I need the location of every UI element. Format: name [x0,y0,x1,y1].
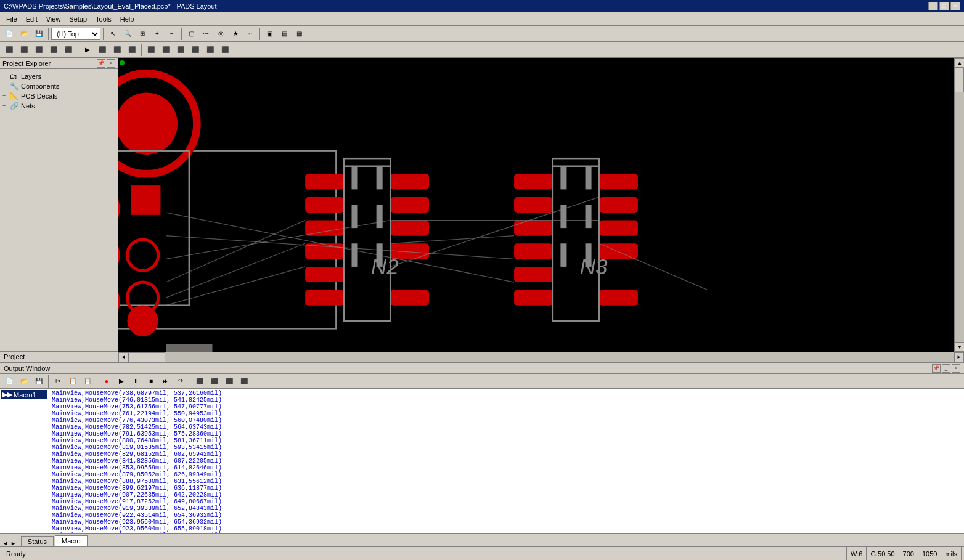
zoom-out-button[interactable]: − [165,27,179,41]
close-button[interactable]: × [950,2,960,10]
tb2-btn-1[interactable]: ⬛ [2,43,16,57]
tb2-btn-6[interactable]: ▶ [81,43,94,57]
vscroll-thumb[interactable] [955,68,964,92]
output-close-button[interactable]: × [952,364,960,373]
log-line-13: MainView,MouseMove(888,97580mil, 631,556… [52,478,962,485]
zoom-button[interactable]: 🔍 [121,27,134,41]
maximize-button[interactable]: □ [939,2,949,10]
tab-macro[interactable]: Macro [55,535,88,546]
out-sep-1 [48,375,49,388]
minimize-button[interactable]: _ [928,2,938,10]
tb2-btn-15[interactable]: ⬛ [218,43,232,57]
expand-nets-icon: + [2,103,10,109]
tree-item-pcb-decals[interactable]: + 📐 PCB Decals [1,91,116,101]
tb2-btn-7[interactable]: ⬛ [96,43,109,57]
svg-rect-24 [390,290,429,306]
pcb-canvas-area[interactable]: N2 [118,58,964,352]
save-button[interactable]: 💾 [32,27,46,41]
zoom-in-button[interactable]: + [150,27,164,41]
tb2-btn-4[interactable]: ⬛ [47,43,60,57]
out-macro-btn-1[interactable]: ⬛ [193,375,206,388]
tb2-btn-2[interactable]: ⬛ [17,43,31,57]
log-area[interactable]: MainView,MouseMove(738,68797mil, 537,261… [49,389,964,533]
menu-setup[interactable]: Setup [65,14,91,24]
measure-button[interactable]: ↔ [243,27,257,41]
tree-item-components[interactable]: + 🔧 Components [1,81,116,91]
route-button[interactable]: 〜 [199,27,213,41]
output-minimize-button[interactable]: _ [942,364,950,373]
project-tab[interactable]: Project [0,351,118,362]
layer-dropdown[interactable]: (H) Top [51,28,100,40]
pcb-canvas[interactable]: N2 [118,58,964,352]
out-open-btn[interactable]: 📂 [17,375,31,388]
out-play-btn[interactable]: ▶ [115,375,128,388]
out-run-btn[interactable]: ↷ [174,375,187,388]
log-line-8: MainView,MouseMove(819,01535mil, 593,534… [52,444,962,451]
highlight-button[interactable]: ★ [229,27,242,41]
open-button[interactable]: 📂 [17,27,31,41]
nav-next-icon[interactable]: ► [10,540,16,546]
hscroll-left-btn[interactable]: ◄ [118,352,128,362]
status-coord1: 700 [899,547,918,560]
tree-item-nets[interactable]: + 🔗 Nets [1,101,116,111]
out-macro-btn-2[interactable]: ⬛ [208,375,221,388]
view3-button[interactable]: ▦ [292,27,306,41]
out-copy-btn[interactable]: 📋 [66,375,80,388]
out-record-btn[interactable]: ● [100,375,113,388]
output-pin-button[interactable]: 📌 [932,364,941,373]
tb2-btn-10[interactable]: ⬛ [144,43,158,57]
place-button[interactable]: ◎ [214,27,227,41]
menu-file[interactable]: File [2,14,21,24]
log-line-14: MainView,MouseMove(899,62197mil, 636,118… [52,485,962,492]
hscroll-right-btn[interactable]: ► [954,352,964,362]
tb2-btn-11[interactable]: ⬛ [159,43,173,57]
tb2-btn-12[interactable]: ⬛ [174,43,187,57]
tb2-btn-5[interactable]: ⬛ [62,43,75,57]
pe-pin-button[interactable]: 📌 [97,59,105,68]
out-save-btn[interactable]: 💾 [32,375,46,388]
vscroll-up-btn[interactable]: ▲ [955,58,964,68]
pointer-button[interactable]: ↖ [106,27,120,41]
tb2-btn-3[interactable]: ⬛ [32,43,46,57]
tb2-btn-13[interactable]: ⬛ [189,43,202,57]
view1-button[interactable]: ▣ [263,27,276,41]
nets-label: Nets [21,102,35,110]
title-bar: C:\WPADS Projects\Samples\Layout_Eval_Pl… [0,0,964,12]
out-pause-btn[interactable]: ⏸ [129,375,143,388]
out-stop-btn[interactable]: ■ [144,375,158,388]
out-paste-btn[interactable]: 📋 [81,375,94,388]
out-macro-btn-3[interactable]: ⬛ [223,375,236,388]
tb2-btn-8[interactable]: ⬛ [110,43,124,57]
menu-tools[interactable]: Tools [92,14,115,24]
toolbar-1: 📄 📂 💾 (H) Top ↖ 🔍 ⊞ + − ▢ 〜 ◎ ★ ↔ ▣ ▤ ▦ [0,26,964,42]
hscroll-thumb[interactable] [128,352,165,362]
tree-item-layers[interactable]: + 🗂 Layers [1,71,116,81]
out-step-btn[interactable]: ⏭ [159,375,173,388]
svg-rect-27 [351,205,357,229]
nav-prev-icon[interactable]: ◄ [2,540,8,546]
tb2-btn-9[interactable]: ⬛ [125,43,139,57]
tab-status[interactable]: Status [21,536,54,546]
view2-button[interactable]: ▤ [277,27,291,41]
expand-layers-icon: + [2,73,10,79]
vscroll-down-btn[interactable]: ▼ [955,342,964,352]
new-button[interactable]: 📄 [2,27,16,41]
log-line-12: MainView,MouseMove(879,85052mil, 626,993… [52,471,962,478]
svg-rect-39 [514,290,553,306]
out-macro-btn-4[interactable]: ⬛ [237,375,251,388]
pe-close-button[interactable]: × [107,59,115,68]
app-title: C:\WPADS Projects\Samples\Layout_Eval_Pl… [4,2,217,10]
menu-edit[interactable]: Edit [22,14,41,24]
status-bar: Ready W:6 G:50 50 700 1050 mils [0,546,964,560]
macro-item-1[interactable]: ▶▶ Macro1 [1,390,47,399]
components-icon: 🔧 [10,82,20,91]
tb2-btn-14[interactable]: ⬛ [203,43,217,57]
select-button[interactable]: ▢ [184,27,198,41]
menu-view[interactable]: View [43,14,65,24]
out-new-btn[interactable]: 📄 [2,375,16,388]
log-line-17: MainView,MouseMove(919,39339mil, 652,848… [52,505,962,512]
zoom-fit-button[interactable]: ⊞ [136,27,149,41]
menu-help[interactable]: Help [116,14,138,24]
out-cut-btn[interactable]: ✂ [51,375,65,388]
canvas-vscroll[interactable]: ▲ ▼ [954,58,964,352]
